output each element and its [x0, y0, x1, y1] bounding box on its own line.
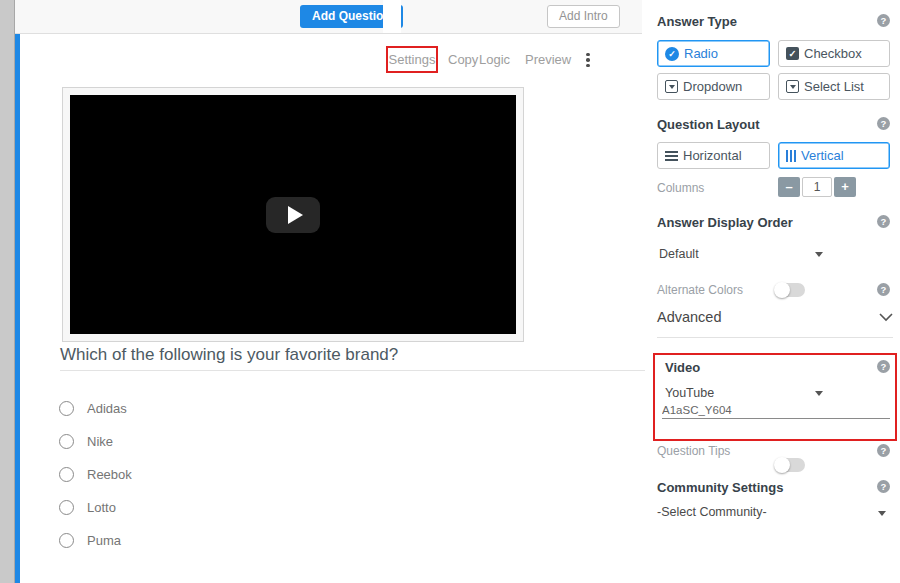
radio-button-icon[interactable]: [59, 401, 74, 416]
answer-type-label: Answer Type: [657, 14, 737, 29]
horizontal-lines-icon: [665, 151, 678, 161]
add-intro-button[interactable]: Add Intro: [547, 5, 620, 28]
answer-type-selectlist-label: Select List: [804, 79, 864, 94]
radio-selected-icon: ✓: [665, 47, 679, 61]
columns-plus-button[interactable]: +: [834, 177, 856, 197]
question-title[interactable]: Which of the following is your favorite …: [60, 345, 640, 365]
option-label[interactable]: Nike: [87, 434, 113, 449]
answer-option-row[interactable]: Adidas: [59, 401, 127, 416]
question-underline: [60, 370, 650, 371]
help-icon[interactable]: [877, 283, 890, 296]
columns-label: Columns: [657, 181, 704, 195]
dropdown-icon: [665, 80, 678, 93]
checkbox-icon: ✓: [786, 47, 799, 60]
layout-horizontal-button[interactable]: Horizontal: [657, 142, 770, 169]
question-editor-card: Settings Copy Logic Preview Which of the…: [15, 34, 645, 583]
tab-copy[interactable]: Copy: [448, 52, 478, 67]
answer-option-row[interactable]: Reebok: [59, 467, 132, 482]
answer-type-checkbox-label: Checkbox: [804, 46, 862, 61]
option-label[interactable]: Adidas: [87, 401, 127, 416]
chevron-down-icon[interactable]: [878, 511, 886, 516]
vertical-bars-icon: [786, 150, 796, 162]
alternate-colors-label: Alternate Colors: [657, 283, 743, 297]
radio-button-icon[interactable]: [59, 533, 74, 548]
answer-type-selectlist-button[interactable]: Select List: [778, 73, 890, 100]
answer-type-radio-label: Radio: [684, 46, 718, 61]
community-settings-label: Community Settings: [657, 480, 783, 495]
tab-logic[interactable]: Logic: [479, 52, 510, 67]
help-icon[interactable]: [877, 480, 890, 493]
alternate-colors-toggle[interactable]: [775, 283, 805, 297]
advanced-label: Advanced: [657, 309, 722, 325]
play-icon[interactable]: [266, 197, 320, 233]
answer-option-row[interactable]: Nike: [59, 434, 113, 449]
columns-input[interactable]: [802, 177, 832, 197]
chevron-down-icon: [879, 313, 893, 322]
chevron-down-icon[interactable]: [815, 391, 823, 396]
video-player[interactable]: [70, 95, 516, 334]
radio-button-icon[interactable]: [59, 500, 74, 515]
question-settings-panel: Answer Type ✓ Radio ✓ Checkbox Dropdown …: [645, 0, 900, 583]
tab-settings[interactable]: Settings: [389, 52, 436, 67]
option-label[interactable]: Reebok: [87, 467, 132, 482]
answer-display-order-label: Answer Display Order: [657, 215, 793, 230]
select-list-icon: [786, 80, 799, 93]
layout-vertical-label: Vertical: [801, 148, 844, 163]
option-label[interactable]: Puma: [87, 533, 121, 548]
help-icon[interactable]: [877, 215, 890, 228]
video-provider-dropdown[interactable]: YouTube: [665, 386, 714, 400]
layout-vertical-button[interactable]: Vertical: [778, 142, 890, 169]
help-icon[interactable]: [877, 444, 890, 457]
columns-stepper: – +: [778, 177, 856, 197]
answer-type-dropdown-label: Dropdown: [683, 79, 742, 94]
community-dropdown[interactable]: -Select Community-: [657, 505, 767, 519]
radio-button-icon[interactable]: [59, 467, 74, 482]
video-embed-frame: [62, 87, 524, 342]
help-icon[interactable]: [877, 117, 890, 130]
more-options-kebab-icon[interactable]: [581, 50, 595, 70]
toolbar-gap: [383, 0, 401, 33]
answer-type-dropdown-button[interactable]: Dropdown: [657, 73, 770, 100]
advanced-section-toggle[interactable]: Advanced: [657, 309, 893, 325]
question-tips-label: Question Tips: [657, 444, 730, 458]
settings-tab-highlight: Settings: [386, 46, 438, 73]
collapsed-sidebar-rail: [0, 0, 15, 583]
question-layout-label: Question Layout: [657, 117, 760, 132]
video-id-input[interactable]: [662, 402, 890, 419]
chevron-down-icon[interactable]: [815, 252, 823, 257]
option-label[interactable]: Lotto: [87, 500, 116, 515]
video-label: Video: [665, 360, 700, 375]
display-order-dropdown[interactable]: Default: [659, 247, 699, 261]
answer-type-radio-button[interactable]: ✓ Radio: [657, 40, 770, 67]
panel-divider: [657, 337, 893, 338]
layout-horizontal-label: Horizontal: [683, 148, 742, 163]
tab-preview[interactable]: Preview: [525, 52, 571, 67]
radio-button-icon[interactable]: [59, 434, 74, 449]
top-toolbar: Add Question Add Intro: [15, 0, 642, 34]
answer-option-row[interactable]: Puma: [59, 533, 121, 548]
answer-option-row[interactable]: Lotto: [59, 500, 116, 515]
question-tips-toggle[interactable]: [775, 458, 805, 472]
help-icon[interactable]: [877, 360, 890, 373]
columns-minus-button[interactable]: –: [778, 177, 800, 197]
answer-type-checkbox-button[interactable]: ✓ Checkbox: [778, 40, 890, 67]
help-icon[interactable]: [877, 14, 890, 27]
